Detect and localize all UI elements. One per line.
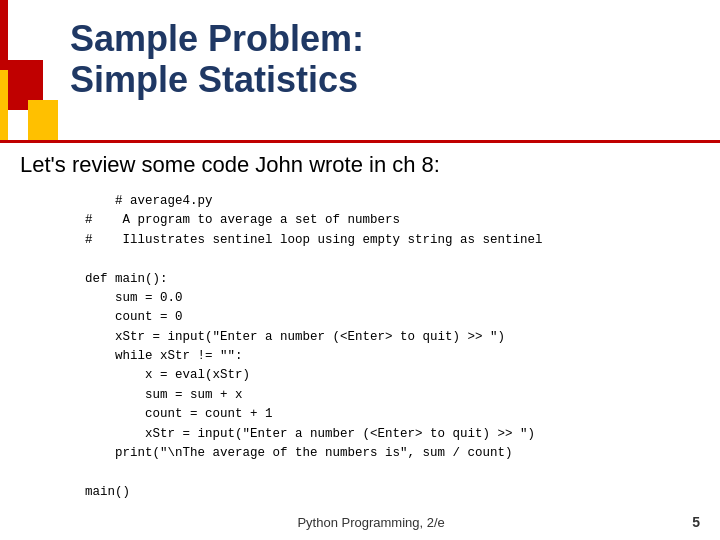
footer: Python Programming, 2/e 5	[0, 514, 720, 530]
footer-page: 5	[692, 514, 700, 530]
slide-container: Sample Problem: Simple Statistics Let's …	[0, 0, 720, 540]
square-decoration	[8, 60, 58, 140]
code-block: # average4.py # A program to average a s…	[85, 192, 700, 502]
accent-top	[0, 0, 8, 70]
title-line2: Simple Statistics	[70, 59, 700, 100]
footer-text: Python Programming, 2/e	[50, 515, 692, 530]
accent-bar	[0, 0, 8, 140]
header: Sample Problem: Simple Statistics	[70, 18, 700, 101]
sq-yellow	[28, 100, 58, 140]
accent-bottom	[0, 70, 8, 140]
divider	[0, 140, 720, 143]
title-line1: Sample Problem:	[70, 18, 700, 59]
subtitle: Let's review some code John wrote in ch …	[20, 152, 700, 178]
